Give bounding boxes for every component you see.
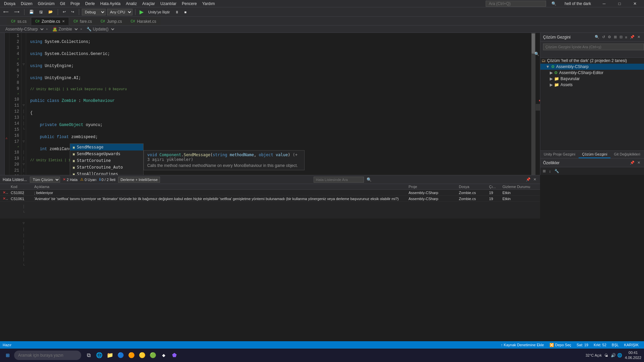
error-row-2[interactable]: ✕ CS1061 'Animator' bir 'setfloa' tanımı… xyxy=(0,196,540,202)
solution-name-label: Çözüm 'hell of the dark' (2 projeden 2 t… xyxy=(547,58,627,63)
network-icon[interactable]: 🌐 xyxy=(617,353,622,358)
taskbar-search-input[interactable] xyxy=(14,351,81,360)
code-editor[interactable]: using System.Collections; using System.C… xyxy=(26,33,535,175)
error-filter-select[interactable]: Tüm Çözüm xyxy=(30,177,60,183)
ac-item-startcoroutine[interactable]: ▣ StartCoroutine xyxy=(70,157,143,164)
panel-pin-btn[interactable]: 📌 xyxy=(629,35,636,40)
autocomplete-dropdown[interactable]: ▣ SendMessage ▣ SendMessageUpwards ▣ Sta… xyxy=(70,143,144,175)
se-settings-btn[interactable]: ⚙ xyxy=(607,35,612,40)
menu-proje[interactable]: Proje xyxy=(68,1,83,7)
taskbar-edge[interactable]: 🌐 xyxy=(95,351,104,360)
close-button[interactable]: ✕ xyxy=(627,0,643,7)
tab-jump-cs[interactable]: C# Jump.cs xyxy=(96,17,126,25)
taskbar-clock[interactable]: 00:41 4.06.2022 xyxy=(625,350,641,361)
ac-item-sendmessage[interactable]: ▣ SendMessage xyxy=(70,144,143,150)
debug-mode-select[interactable]: Debug Release xyxy=(82,9,106,15)
minimize-button[interactable]: ─ xyxy=(596,0,612,7)
attach-unity-button[interactable]: Unity'ye İliştir xyxy=(146,8,172,16)
run-button[interactable]: ▶ xyxy=(138,9,145,15)
se-menu-btn[interactable]: ≡ xyxy=(624,35,628,40)
taskbar-app2[interactable]: 🟡 xyxy=(138,351,147,360)
props-pin-btn[interactable]: 📌 xyxy=(629,160,636,165)
se-expand-btn[interactable]: ⊞ xyxy=(613,35,618,40)
global-search-input[interactable] xyxy=(486,1,546,7)
panel-close-btn[interactable]: ✕ xyxy=(636,35,641,40)
menu-uzantilar[interactable]: Uzantılar xyxy=(158,1,179,7)
status-encoding[interactable]: BŞL xyxy=(609,343,622,347)
props-btn1[interactable]: ⊞ xyxy=(542,169,547,174)
toolbar-stop[interactable]: ■ xyxy=(182,8,189,16)
error-desc-2: 'Animator' bir 'setfloa' tanımı içermiyo… xyxy=(32,196,406,202)
tree-solution-root[interactable]: 🗂 Çözüm 'hell of the dark' (2 projeden 2… xyxy=(540,58,644,64)
breadcrumb-assembly[interactable]: Assembly-CSharp xyxy=(3,26,45,32)
menu-duzen[interactable]: Düzen xyxy=(18,1,35,7)
menu-yardim[interactable]: Yardım xyxy=(200,1,218,7)
tab-zombie-cs[interactable]: C# Zombie.cs ✕ xyxy=(31,17,69,25)
error-close-btn[interactable]: ✕ xyxy=(532,177,537,182)
tree-assembly-csharp[interactable]: ▼ ⚙ Assembly-CSharp xyxy=(540,64,644,70)
se-collapse-btn[interactable]: ⊟ xyxy=(619,35,624,40)
taskbar-unity[interactable]: ◆ xyxy=(159,351,168,360)
toolbar-save[interactable]: 💾 xyxy=(27,8,36,16)
menu-gorunum[interactable]: Görünüm xyxy=(35,1,57,7)
toolbar-open[interactable]: 📂 xyxy=(46,8,55,16)
ac-item-sendmessageupwards[interactable]: ▣ SendMessageUpwards xyxy=(70,150,143,157)
taskbar-browser1[interactable]: 🔵 xyxy=(116,351,125,360)
ac-item-stopallcoroutines[interactable]: ▣ StopAllCoroutines xyxy=(70,171,143,175)
tab-haraket-cs[interactable]: C# Haraket.cs xyxy=(126,17,161,25)
taskbar-app3[interactable]: 🟢 xyxy=(148,351,158,360)
toolbar-back[interactable]: ⟵ xyxy=(1,8,11,16)
maximize-button[interactable]: □ xyxy=(612,0,627,7)
taskbar-taskview[interactable]: ⧉ xyxy=(84,351,93,360)
cpu-select[interactable]: Any CPU x64 x86 xyxy=(107,9,132,15)
taskbar-vs[interactable]: ⬟ xyxy=(170,351,179,360)
se-refresh-btn[interactable]: ↺ xyxy=(601,35,606,40)
toolbar-saveall[interactable]: 🖫 xyxy=(37,8,45,16)
volume-icon[interactable]: 🔊 xyxy=(611,353,616,358)
menu-git[interactable]: Git xyxy=(57,1,68,7)
menu-araclar[interactable]: Araçlar xyxy=(140,1,158,7)
menu-pencere[interactable]: Pencere xyxy=(179,1,200,7)
tree-assembly-editor[interactable]: ▶ ⚙ Assembly-CSharp-Editor xyxy=(540,70,644,76)
se-search-btn[interactable]: 🔍 xyxy=(594,35,600,40)
start-button[interactable]: ⊞ xyxy=(3,350,13,360)
taskbar-explorer[interactable]: 📁 xyxy=(105,351,115,360)
ac-item-startcoroutine-auto[interactable]: ▣ StartCoroutine_Auto xyxy=(70,164,143,171)
tab-unity-project[interactable]: Unity Proje Gezgini xyxy=(540,151,579,158)
toolbar-pause[interactable]: ⏸ xyxy=(173,8,181,16)
scrollbar-thumb[interactable] xyxy=(532,34,535,54)
menu-dosya[interactable]: Dosya xyxy=(1,1,18,7)
solution-search-input[interactable] xyxy=(543,44,644,50)
tab-git-changes[interactable]: Git Değişiklikleri xyxy=(610,151,643,158)
error-search-input[interactable] xyxy=(314,177,364,183)
info-count-badge[interactable]: ℹ 0 / 2 İleti xyxy=(99,177,116,182)
error-pin-btn[interactable]: 📌 xyxy=(525,177,532,182)
tree-assets[interactable]: ▶ 📁 Assets xyxy=(540,82,644,88)
toolbar-undo[interactable]: ↩ xyxy=(61,8,68,16)
tree-basvorular[interactable]: ▶ 📁 Başvurular xyxy=(540,76,644,82)
taskbar-app1[interactable]: 🟠 xyxy=(127,351,136,360)
error-row-1[interactable]: ✕ CS1002 ; bekleniyor Assembly-CSharp Zo… xyxy=(0,190,540,196)
warning-count-badge[interactable]: ⚠ 0 Uyarı xyxy=(80,177,96,182)
build-filter-btn[interactable]: Derleme + IntelliSense xyxy=(118,177,160,183)
tab-close-zombie[interactable]: ✕ xyxy=(62,19,65,23)
menu-derle[interactable]: Derle xyxy=(83,1,98,7)
menu-hata[interactable]: Hata Ayıkla xyxy=(98,1,123,7)
tab-fare-cs[interactable]: C# fare.cs xyxy=(69,17,96,25)
breadcrumb-method[interactable]: 🔧 Update() xyxy=(84,26,115,32)
tab-solution-explorer[interactable]: Çözüm Gezgini xyxy=(579,151,610,158)
toolbar-redo[interactable]: ↪ xyxy=(69,8,76,16)
menu-analiz[interactable]: Analiz xyxy=(123,1,140,7)
status-line-ending[interactable]: KARIŞIK xyxy=(622,343,641,347)
properties-header: Özellikler 📌 ✕ xyxy=(540,159,644,167)
props-btn2[interactable]: ↕ xyxy=(548,169,552,174)
error-count-badge[interactable]: ✕ 2 Hata xyxy=(63,177,77,182)
props-btn3[interactable]: 🔧 xyxy=(553,169,560,174)
status-source-control[interactable]: ↑ Kaynak Denetimine Ekle xyxy=(498,343,546,347)
status-branch[interactable]: 🔀 Depo Seç xyxy=(547,343,574,347)
cs-file-icon: C# xyxy=(11,19,15,23)
props-close-btn[interactable]: ✕ xyxy=(636,160,641,165)
toolbar-forward[interactable]: ⟶ xyxy=(12,8,21,16)
tab-ss-cs[interactable]: C# ss.cs xyxy=(7,17,31,25)
breadcrumb-class[interactable]: 🧟 Zombie xyxy=(50,26,79,32)
